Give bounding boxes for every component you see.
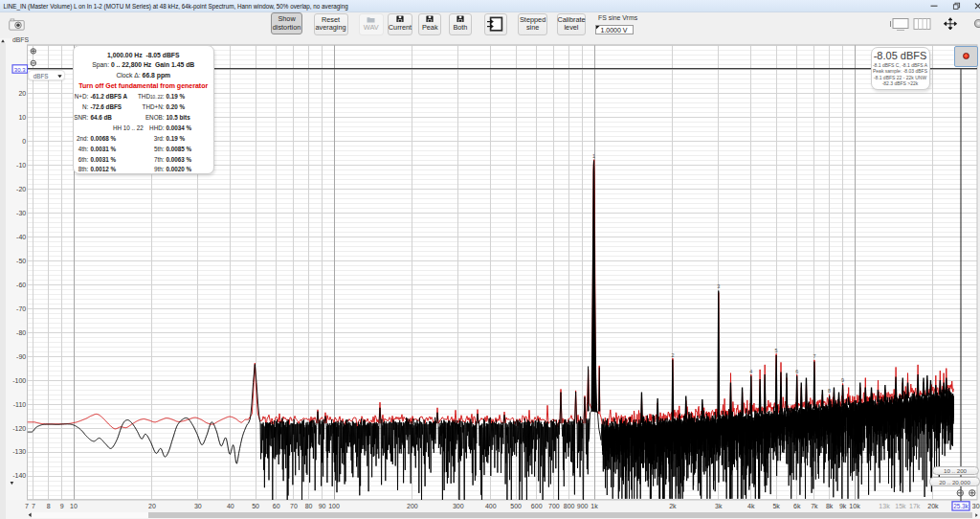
svg-text:-110: -110: [13, 401, 27, 408]
svg-text:-90: -90: [16, 353, 26, 360]
svg-text:700: 700: [548, 503, 560, 509]
svg-text:7: 7: [25, 503, 29, 509]
svg-text:10: 10: [70, 503, 78, 509]
svg-text:900: 900: [577, 503, 589, 509]
svg-text:-40: -40: [16, 234, 26, 240]
svg-text:6k: 6k: [793, 503, 801, 509]
svg-text:4: 4: [749, 369, 752, 374]
svg-text:3k: 3k: [715, 503, 723, 509]
svg-text:5k: 5k: [772, 503, 780, 509]
svg-text:6: 6: [795, 369, 798, 374]
svg-text:-130: -130: [12, 448, 26, 455]
svg-text:70: 70: [290, 503, 298, 509]
svg-text:10k: 10k: [849, 503, 860, 509]
svg-text:8: 8: [47, 503, 51, 509]
svg-text:30k: 30k: [972, 503, 980, 509]
svg-text:0: 0: [22, 138, 26, 145]
svg-text:60: 60: [273, 503, 280, 509]
svg-text:25.3k: 25.3k: [953, 503, 969, 509]
svg-text:7: 7: [813, 353, 815, 359]
svg-text:800: 800: [564, 503, 575, 509]
svg-text:7: 7: [32, 503, 35, 509]
svg-text:20k: 20k: [927, 503, 939, 509]
svg-text:1k: 1k: [590, 503, 598, 509]
svg-text:9: 9: [841, 377, 844, 383]
svg-text:5: 5: [775, 348, 778, 353]
svg-text:-60: -60: [16, 282, 26, 288]
svg-text:300: 300: [453, 503, 464, 509]
svg-text:600: 600: [531, 503, 543, 509]
svg-text:8: 8: [828, 388, 831, 394]
svg-text:8k: 8k: [826, 503, 834, 509]
svg-text:30: 30: [194, 503, 202, 509]
svg-text:200: 200: [407, 503, 418, 509]
svg-text:-10: -10: [16, 162, 26, 169]
svg-text:9k: 9k: [839, 503, 847, 509]
svg-text:7k: 7k: [811, 503, 818, 509]
svg-text:80: 80: [305, 503, 313, 509]
svg-text:500: 500: [510, 503, 522, 509]
svg-text:-80: -80: [16, 329, 26, 336]
svg-text:-120: -120: [12, 425, 26, 432]
svg-text:2k: 2k: [669, 503, 677, 509]
svg-text:1: 1: [592, 153, 595, 159]
svg-text:10: 10: [18, 114, 26, 121]
svg-text:-140: -140: [12, 472, 26, 479]
svg-text:-100: -100: [12, 377, 26, 384]
svg-text:15k: 15k: [895, 503, 906, 509]
svg-text:50: 50: [252, 503, 259, 509]
svg-text:90: 90: [319, 503, 326, 509]
svg-text:2: 2: [671, 352, 674, 358]
svg-text:400: 400: [485, 503, 497, 509]
svg-text:20: 20: [18, 90, 26, 97]
svg-text:17k: 17k: [909, 503, 921, 509]
svg-text:-20: -20: [16, 186, 26, 192]
svg-text:20: 20: [148, 503, 156, 509]
svg-text:13k: 13k: [879, 503, 890, 509]
svg-text:4k: 4k: [747, 503, 755, 509]
svg-text:-30: -30: [16, 210, 26, 216]
svg-text:3: 3: [717, 283, 720, 289]
svg-text:100: 100: [328, 503, 340, 509]
svg-text:9: 9: [60, 503, 64, 509]
svg-text:-50: -50: [16, 258, 26, 264]
svg-text:-70: -70: [16, 305, 26, 312]
svg-text:30.3: 30.3: [14, 67, 26, 73]
svg-text:40: 40: [227, 503, 234, 509]
